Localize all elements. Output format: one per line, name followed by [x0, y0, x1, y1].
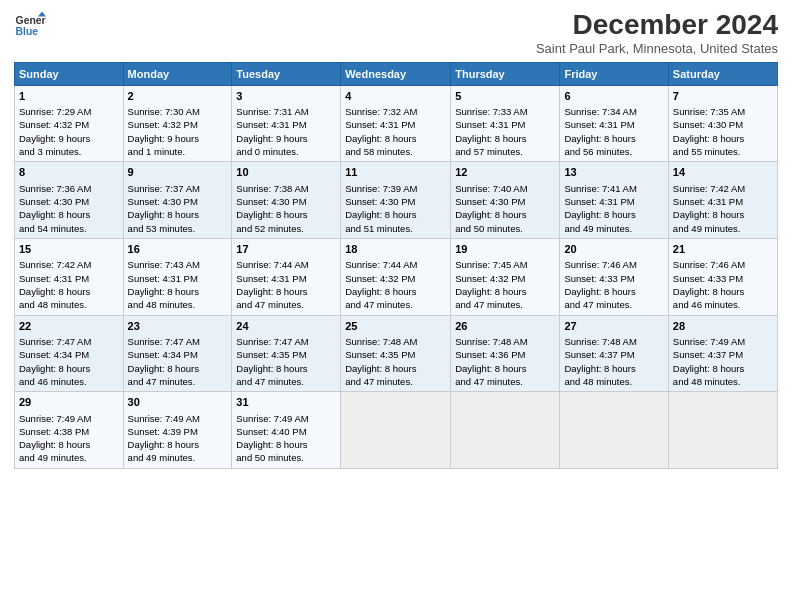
day-info-line: Sunrise: 7:47 AM [128, 335, 228, 348]
day-info-line: Daylight: 8 hours [19, 438, 119, 451]
day-info-line: Sunrise: 7:29 AM [19, 105, 119, 118]
day-number: 2 [128, 89, 228, 104]
day-info-line: Sunrise: 7:36 AM [19, 182, 119, 195]
header-friday: Friday [560, 62, 668, 85]
day-number: 7 [673, 89, 773, 104]
day-info-line: Sunrise: 7:35 AM [673, 105, 773, 118]
day-info-line: Sunrise: 7:48 AM [564, 335, 663, 348]
day-info-line: and 47 minutes. [236, 298, 336, 311]
day-number: 14 [673, 165, 773, 180]
day-info-line: Sunset: 4:32 PM [19, 118, 119, 131]
calendar-week-row: 22Sunrise: 7:47 AMSunset: 4:34 PMDayligh… [15, 315, 778, 392]
day-info-line: Daylight: 8 hours [455, 285, 555, 298]
day-info-line: and 49 minutes. [673, 222, 773, 235]
day-number: 25 [345, 319, 446, 334]
title-block: December 2024 Saint Paul Park, Minnesota… [536, 10, 778, 56]
day-info-line: and 0 minutes. [236, 145, 336, 158]
day-info-line: Sunrise: 7:49 AM [19, 412, 119, 425]
table-row: 1Sunrise: 7:29 AMSunset: 4:32 PMDaylight… [15, 85, 124, 162]
day-info-line: Sunset: 4:31 PM [673, 195, 773, 208]
day-info-line: Daylight: 8 hours [345, 285, 446, 298]
table-row: 8Sunrise: 7:36 AMSunset: 4:30 PMDaylight… [15, 162, 124, 239]
day-info-line: and 46 minutes. [19, 375, 119, 388]
table-row: 12Sunrise: 7:40 AMSunset: 4:30 PMDayligh… [451, 162, 560, 239]
day-info-line: Daylight: 8 hours [455, 208, 555, 221]
day-info-line: Sunrise: 7:40 AM [455, 182, 555, 195]
day-number: 16 [128, 242, 228, 257]
day-info-line: Daylight: 8 hours [236, 285, 336, 298]
day-info-line: Sunset: 4:33 PM [564, 272, 663, 285]
calendar-week-row: 8Sunrise: 7:36 AMSunset: 4:30 PMDaylight… [15, 162, 778, 239]
day-info-line: Sunrise: 7:44 AM [345, 258, 446, 271]
day-number: 3 [236, 89, 336, 104]
day-info-line: and 47 minutes. [455, 375, 555, 388]
day-info-line: Daylight: 8 hours [455, 132, 555, 145]
header-saturday: Saturday [668, 62, 777, 85]
day-info-line: Sunrise: 7:37 AM [128, 182, 228, 195]
logo: General Blue [14, 10, 46, 42]
day-info-line: Sunrise: 7:46 AM [673, 258, 773, 271]
table-row: 15Sunrise: 7:42 AMSunset: 4:31 PMDayligh… [15, 238, 124, 315]
table-row: 4Sunrise: 7:32 AMSunset: 4:31 PMDaylight… [341, 85, 451, 162]
table-row: 23Sunrise: 7:47 AMSunset: 4:34 PMDayligh… [123, 315, 232, 392]
header-thursday: Thursday [451, 62, 560, 85]
day-info-line: Daylight: 8 hours [564, 132, 663, 145]
table-row: 26Sunrise: 7:48 AMSunset: 4:36 PMDayligh… [451, 315, 560, 392]
header-tuesday: Tuesday [232, 62, 341, 85]
table-row: 13Sunrise: 7:41 AMSunset: 4:31 PMDayligh… [560, 162, 668, 239]
day-number: 22 [19, 319, 119, 334]
day-number: 5 [455, 89, 555, 104]
day-info-line: and 48 minutes. [564, 375, 663, 388]
day-info-line: and 47 minutes. [564, 298, 663, 311]
table-row: 29Sunrise: 7:49 AMSunset: 4:38 PMDayligh… [15, 392, 124, 469]
day-info-line: Daylight: 8 hours [345, 132, 446, 145]
day-info-line: Sunrise: 7:45 AM [455, 258, 555, 271]
table-row: 9Sunrise: 7:37 AMSunset: 4:30 PMDaylight… [123, 162, 232, 239]
day-info-line: and 50 minutes. [455, 222, 555, 235]
subtitle: Saint Paul Park, Minnesota, United State… [536, 41, 778, 56]
day-info-line: Daylight: 8 hours [19, 285, 119, 298]
table-row: 28Sunrise: 7:49 AMSunset: 4:37 PMDayligh… [668, 315, 777, 392]
day-info-line: and 49 minutes. [128, 451, 228, 464]
day-info-line: Sunrise: 7:30 AM [128, 105, 228, 118]
day-info-line: Sunset: 4:30 PM [673, 118, 773, 131]
table-row: 6Sunrise: 7:34 AMSunset: 4:31 PMDaylight… [560, 85, 668, 162]
day-info-line: Daylight: 8 hours [455, 362, 555, 375]
day-info-line: Sunset: 4:35 PM [345, 348, 446, 361]
day-number: 31 [236, 395, 336, 410]
svg-text:General: General [16, 15, 46, 26]
day-info-line: and 51 minutes. [345, 222, 446, 235]
table-row: 2Sunrise: 7:30 AMSunset: 4:32 PMDaylight… [123, 85, 232, 162]
day-info-line: Sunset: 4:35 PM [236, 348, 336, 361]
day-info-line: Sunrise: 7:32 AM [345, 105, 446, 118]
day-number: 8 [19, 165, 119, 180]
calendar-week-row: 15Sunrise: 7:42 AMSunset: 4:31 PMDayligh… [15, 238, 778, 315]
day-info-line: Sunrise: 7:49 AM [236, 412, 336, 425]
day-info-line: Sunset: 4:32 PM [455, 272, 555, 285]
day-info-line: Daylight: 8 hours [19, 362, 119, 375]
day-info-line: Daylight: 8 hours [564, 208, 663, 221]
day-info-line: Sunrise: 7:48 AM [345, 335, 446, 348]
day-info-line: Sunrise: 7:41 AM [564, 182, 663, 195]
day-info-line: Daylight: 8 hours [128, 208, 228, 221]
day-info-line: Sunset: 4:34 PM [128, 348, 228, 361]
day-info-line: Daylight: 8 hours [128, 438, 228, 451]
day-info-line: Daylight: 8 hours [673, 132, 773, 145]
table-row: 7Sunrise: 7:35 AMSunset: 4:30 PMDaylight… [668, 85, 777, 162]
day-info-line: Sunset: 4:32 PM [128, 118, 228, 131]
day-info-line: and 49 minutes. [564, 222, 663, 235]
day-info-line: Sunset: 4:31 PM [236, 118, 336, 131]
weekday-header-row: Sunday Monday Tuesday Wednesday Thursday… [15, 62, 778, 85]
table-row: 22Sunrise: 7:47 AMSunset: 4:34 PMDayligh… [15, 315, 124, 392]
day-number: 27 [564, 319, 663, 334]
day-info-line: and 3 minutes. [19, 145, 119, 158]
day-info-line: and 47 minutes. [236, 375, 336, 388]
day-info-line: Daylight: 9 hours [128, 132, 228, 145]
day-info-line: and 48 minutes. [19, 298, 119, 311]
day-info-line: and 58 minutes. [345, 145, 446, 158]
day-info-line: Sunrise: 7:43 AM [128, 258, 228, 271]
day-info-line: Sunset: 4:31 PM [564, 118, 663, 131]
header: General Blue December 2024 Saint Paul Pa… [14, 10, 778, 56]
logo-icon: General Blue [14, 10, 46, 42]
day-info-line: and 49 minutes. [19, 451, 119, 464]
